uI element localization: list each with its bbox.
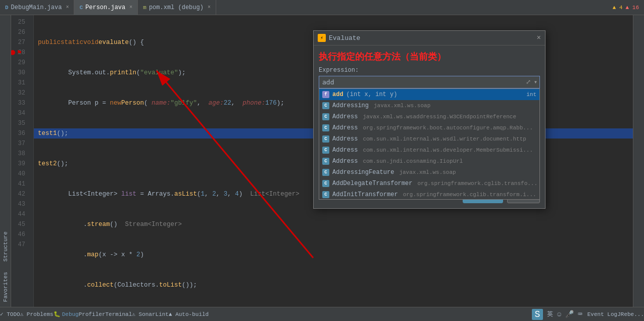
autocomplete-item-4[interactable]: C Address com.sun.xml.internal.ws.wsdl.w… (319, 133, 539, 145)
error-count[interactable]: ▲ 16 (626, 5, 639, 11)
ac-item-name-2: Address (332, 113, 358, 120)
autocomplete-item-6[interactable]: C Address com.sun.jndi.cosnaming.IiopUrl (319, 156, 539, 167)
line-27: 27 (11, 37, 29, 48)
ac-item-pkg-2: javax.xml.ws.wsaddressing.W3CEndpointRef… (363, 114, 516, 120)
bottom-tab-problems[interactable]: ⚠ Problems (20, 311, 54, 317)
bottom-tab-sonarlint[interactable]: ⚠ SonarLint (132, 311, 169, 317)
autocomplete-item-7[interactable]: C AddressingFeature javax.xml.ws.soap (319, 167, 539, 178)
problems-label: ⚠ Problems (20, 311, 54, 317)
sidebar-structure[interactable]: Structure (1, 226, 11, 266)
autocomplete-item-8[interactable]: C AddDelegateTransformer org.springframe… (319, 178, 539, 189)
expression-input[interactable] (319, 76, 524, 88)
line-44: 44 (11, 209, 29, 219)
class-badge-6: C (322, 158, 329, 165)
bottom-tab-autobuild[interactable]: ▲ Auto-build (169, 311, 209, 317)
tab-pomxml-label: pom.xml (debug) (149, 4, 204, 11)
line-46: 46 (11, 230, 29, 240)
tab-debugmain[interactable]: D DebugMain.java × (0, 0, 74, 15)
ac-item-name-3: Address (332, 124, 358, 131)
class-badge-4: C (322, 135, 329, 143)
class-badge-3: C (322, 124, 329, 131)
bottom-tab-profiler[interactable]: Profiler (79, 311, 106, 317)
tab-pomxml[interactable]: m pom.xml (debug) × (138, 0, 216, 15)
dialog-body: 执行指定的任意方法（当前类） Expression: ⤢ ▾ f add(int… (314, 45, 545, 208)
dialog-hint: 执行指定的任意方法（当前类） (319, 51, 540, 63)
sogou-logo: S (532, 309, 543, 320)
ime-settings[interactable]: ⌨ (578, 310, 582, 318)
jrebel-label: JRebe... (617, 311, 644, 317)
ac-item-pkg-8: org.springframework.cglib.transfo... (417, 180, 537, 187)
java-icon: D (5, 5, 9, 11)
java-icon-person: C (79, 5, 83, 11)
debug-icon: 🐛 (54, 311, 61, 317)
line-42: 42 (11, 189, 29, 199)
line-41: 41 (11, 179, 29, 189)
autocomplete-item-5[interactable]: C Address com.sun.xml.internal.ws.develo… (319, 145, 539, 156)
line-32: 32 (11, 88, 29, 98)
tab-person[interactable]: C Person.java × (74, 0, 138, 15)
ac-item-pkg-6: com.sun.jndi.cosnaming.IiopUrl (363, 158, 463, 164)
sonarlint-label: ⚠ SonarLint (132, 311, 169, 317)
ac-item-type-0: int (526, 91, 536, 98)
bottom-tab-terminal[interactable]: Terminal (106, 311, 132, 317)
line-40: 40 (11, 169, 29, 179)
ac-item-name-4: Address (332, 135, 358, 143)
autocomplete-dropdown[interactable]: f add(int x, int y) int C Addressing jav… (319, 88, 540, 200)
tab-pomxml-close[interactable]: × (208, 5, 211, 10)
dropdown-icon[interactable]: ▾ (533, 77, 538, 87)
ac-item-name-7: AddressingFeature (332, 169, 394, 176)
warning-count[interactable]: ▲ 4 (613, 5, 623, 11)
ac-item-name-5: Address (332, 147, 358, 154)
autocomplete-item-9[interactable]: C AddInitTransformer org.springframework… (319, 189, 539, 200)
class-badge-9: C (322, 191, 329, 198)
ac-item-name-1: Addressing (332, 102, 369, 109)
expand-icon[interactable]: ⤢ (525, 77, 532, 87)
event-log[interactable]: Event Log (587, 311, 617, 317)
autobuild-label: ▲ Auto-build (169, 311, 209, 317)
left-sidebar: Structure Favorites (0, 15, 11, 307)
tab-person-label: Person.java (85, 4, 125, 11)
line-37: 37 (11, 139, 29, 149)
ac-item-name-0: add (332, 91, 343, 98)
code-line-32: .map(x -> x * 2) (34, 250, 633, 260)
autocomplete-item-2[interactable]: C Address javax.xml.ws.wsaddressing.W3CE… (319, 111, 539, 122)
class-badge-1: C (322, 102, 329, 109)
sidebar-favorites[interactable]: Favorites (1, 267, 11, 307)
bottom-tab-debug[interactable]: 🐛 Debug (54, 311, 79, 317)
autocomplete-item-0[interactable]: f add(int x, int y) int (319, 89, 539, 100)
class-badge-2: C (322, 113, 329, 120)
bottom-status-bar: ✓ TODO ⚠ Problems 🐛 Debug Profiler Termi… (0, 307, 644, 321)
xml-icon: m (143, 5, 146, 11)
right-sidebar (633, 15, 644, 307)
bottom-tab-todo[interactable]: ✓ TODO (0, 311, 20, 317)
line-numbers: 25 26 27 ⚑ 28 29 30 31 32 33 34 35 36 37… (11, 15, 34, 307)
dialog-close-btn[interactable]: × (537, 34, 541, 42)
class-badge-7: C (322, 169, 329, 176)
dialog-title: Evaluate (329, 34, 534, 42)
ac-item-pkg-5: com.sun.xml.internal.ws.developer.Member… (363, 147, 533, 153)
input-wrapper: ⤢ ▾ f add(int x, int y) int C Addressing (319, 76, 540, 88)
class-badge-5: C (322, 147, 329, 154)
evaluate-icon: ⚡ (318, 34, 326, 42)
tab-debugmain-close[interactable]: × (66, 5, 69, 10)
jrebel-tab[interactable]: JRebe... (617, 311, 644, 317)
expression-label: Expression: (319, 67, 540, 74)
ac-item-name-9: AddInitTransformer (332, 191, 398, 198)
ime-bar: S 英 ☺ 🎤 ⌨ (532, 309, 587, 320)
autocomplete-item-3[interactable]: C Address org.springframework.boot.autoc… (319, 122, 539, 133)
ime-mic[interactable]: 🎤 (565, 310, 574, 318)
line-28: ⚑ 28 (11, 48, 29, 58)
profiler-label: Profiler (79, 311, 106, 317)
tab-bar: D DebugMain.java × C Person.java × m pom… (0, 0, 644, 15)
tab-person-close[interactable]: × (129, 5, 132, 10)
line-25: 25 (11, 17, 29, 27)
line-39: 39 (11, 159, 29, 169)
autocomplete-item-1[interactable]: C Addressing javax.xml.ws.soap (319, 100, 539, 111)
debug-label: Debug (62, 311, 79, 317)
line-35: 35 (11, 118, 29, 128)
expression-input-container: ⤢ ▾ (319, 76, 540, 88)
ime-lang[interactable]: 英 (547, 310, 553, 318)
input-actions: ⤢ ▾ (524, 76, 539, 88)
ime-emoji[interactable]: ☺ (557, 310, 561, 318)
code-line-31: .stream() Stream<Integer> (34, 219, 633, 230)
